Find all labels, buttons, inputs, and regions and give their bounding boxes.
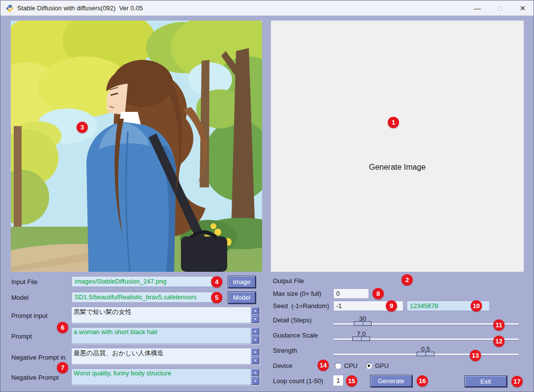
- negative-prompt-label: Negative Prompt: [11, 374, 59, 381]
- step-badge-11: 11: [493, 319, 505, 331]
- guidance-slider-handle[interactable]: [352, 337, 370, 341]
- python-app-icon: [6, 4, 14, 12]
- step-badge-17: 17: [511, 376, 523, 387]
- output-file-label: Output File: [273, 277, 304, 285]
- park-girl-illustration: [11, 21, 262, 272]
- close-button[interactable]: ✕: [511, 0, 534, 16]
- max-size-label: Max size (0= full): [273, 290, 321, 297]
- cpu-radio-label[interactable]: CPU: [344, 362, 357, 369]
- gpu-radio-label[interactable]: GPU: [375, 362, 389, 369]
- seed-label: Seed (-1=Random): [273, 302, 329, 310]
- step-badge-9: 9: [386, 300, 397, 312]
- minimize-button[interactable]: —: [466, 0, 489, 16]
- step-badge-5: 5: [211, 292, 222, 303]
- titlebar: Stable Diffusion with diffusers(092) Ver…: [0, 0, 534, 16]
- step-badge-15: 15: [346, 375, 357, 387]
- step-badge-2: 2: [401, 274, 413, 286]
- scroll-up-icon[interactable]: ▲: [251, 307, 259, 314]
- step-badge-12: 12: [493, 336, 505, 347]
- scroll-down-icon[interactable]: ▼: [251, 357, 259, 364]
- input-file-field[interactable]: images/StableDiffusion_247.png: [72, 276, 214, 287]
- app-window: Stable Diffusion with diffusers(092) Ver…: [0, 0, 534, 392]
- step-badge-1: 1: [388, 117, 399, 128]
- guidance-label: Guidance Scale: [273, 332, 318, 339]
- input-image-preview: 3: [11, 21, 262, 272]
- step-badge-10: 10: [471, 300, 482, 312]
- scroll-down-icon[interactable]: ▼: [251, 378, 259, 385]
- prompt-input-label: Prompt input: [11, 312, 48, 319]
- scroll-down-icon[interactable]: ▼: [251, 337, 259, 343]
- scroll-up-icon[interactable]: ▲: [251, 328, 259, 335]
- negative-prompt-in-label: Negative Prompt in: [11, 354, 66, 361]
- model-label: Model: [11, 294, 28, 301]
- device-label: Device: [273, 362, 293, 369]
- max-size-field[interactable]: 0: [333, 288, 369, 299]
- input-file-label: Input File: [11, 278, 37, 286]
- scroll-down-icon[interactable]: ▼: [251, 316, 259, 323]
- exit-button[interactable]: Exit: [464, 375, 507, 387]
- step-badge-8: 8: [373, 288, 384, 299]
- negative-prompt-textarea[interactable]: Worst quality, funny body structure ▲ ▼: [71, 368, 260, 385]
- steps-label: Detail (Steps): [273, 316, 312, 324]
- loop-count-field[interactable]: 1: [333, 375, 344, 386]
- cpu-radio[interactable]: [335, 363, 341, 369]
- model-field[interactable]: SD1.5/beautifulRealistic_brav5.safetenso…: [72, 292, 214, 303]
- step-badge-16: 16: [417, 375, 428, 387]
- prompt-label: Prompt: [11, 333, 32, 340]
- model-button[interactable]: Model: [228, 291, 256, 304]
- step-badge-4: 4: [211, 276, 222, 287]
- scroll-up-icon[interactable]: ▲: [251, 369, 259, 376]
- loop-count-label: Loop count (1-50): [273, 377, 323, 385]
- output-image-panel: 1 Generate Image: [271, 21, 524, 272]
- steps-slider-handle[interactable]: [354, 321, 372, 326]
- image-button[interactable]: Image: [228, 276, 256, 288]
- negative-prompt-in-textarea[interactable]: 最悪の品質、おかしい人体構造 ▲ ▼: [71, 348, 260, 365]
- negative-prompt-scrollbar[interactable]: ▲ ▼: [251, 369, 259, 385]
- strength-label: Strength: [273, 347, 297, 354]
- step-badge-3: 3: [77, 122, 88, 133]
- prompt-textarea[interactable]: a woman with short black hair ▲ ▼: [71, 327, 260, 344]
- prompt-input-scrollbar[interactable]: ▲ ▼: [251, 307, 259, 323]
- negative-prompt-in-scrollbar[interactable]: ▲ ▼: [251, 348, 259, 364]
- step-badge-6: 6: [57, 322, 68, 333]
- gpu-radio[interactable]: [366, 363, 372, 369]
- maximize-button: □: [489, 0, 511, 16]
- scroll-up-icon[interactable]: ▲: [251, 348, 259, 355]
- generate-button[interactable]: Generate: [370, 375, 412, 387]
- prompt-input-textarea[interactable]: 黒髪で短い髪の女性 ▲ ▼: [71, 307, 260, 323]
- strength-slider-handle[interactable]: [417, 352, 434, 356]
- window-title: Stable Diffusion with diffusers(092) Ver…: [17, 4, 143, 12]
- step-badge-14: 14: [318, 360, 329, 371]
- generate-image-message: Generate Image: [271, 163, 524, 172]
- step-badge-13: 13: [470, 350, 481, 361]
- step-badge-7: 7: [57, 362, 68, 373]
- prompt-scrollbar[interactable]: ▲ ▼: [251, 328, 259, 343]
